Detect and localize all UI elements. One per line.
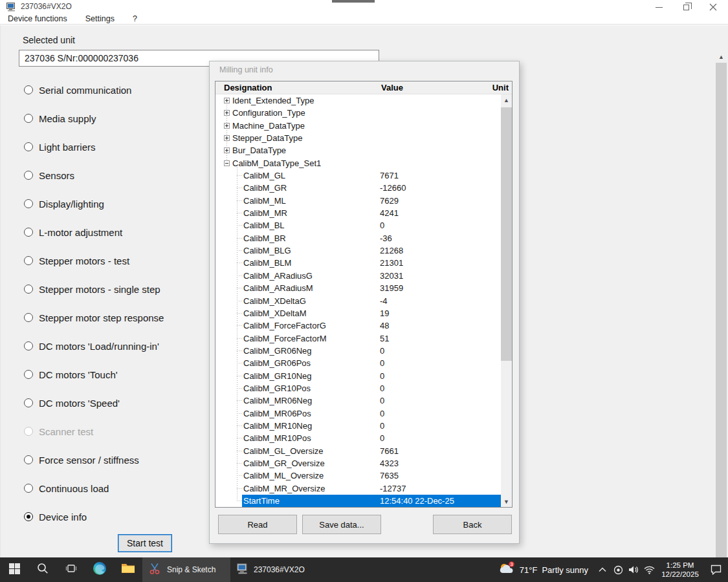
tree-row-configuration-type[interactable]: Configuration_Type: [215, 107, 501, 119]
tray-record-dot-icon[interactable]: [610, 557, 626, 582]
tree-row-calibm-forcefactorm[interactable]: CalibM_ForceFactorM51: [215, 332, 501, 345]
menu-item-settings[interactable]: Settings: [83, 14, 117, 23]
scroll-down-icon[interactable]: ▼: [501, 496, 512, 507]
radio-option-stepper-motor-step-response[interactable]: Stepper motor step response: [24, 303, 208, 332]
plus-expander-icon[interactable]: [224, 110, 230, 116]
radio-option-force-sensor-stiffness[interactable]: Force sensor / stiffness: [24, 446, 208, 474]
radio-option-stepper-motors-single-step[interactable]: Stepper motors - single step: [24, 275, 208, 303]
tree-row-calibm-gr10neg[interactable]: CalibM_GR10Neg0: [215, 370, 501, 382]
start-test-button[interactable]: Start test: [118, 534, 172, 552]
tree-row-starttime[interactable]: StartTime12:54:40 22-Dec-25: [215, 495, 501, 507]
menu-item-device-functions[interactable]: Device functions: [5, 14, 70, 23]
back-button[interactable]: Back: [433, 515, 512, 534]
tree-row-value: 0: [380, 396, 384, 405]
tree-line: [237, 413, 243, 414]
tree-row-calibm-gl-oversize[interactable]: CalibM_GL_Oversize7661: [215, 445, 501, 457]
tree-line: [237, 488, 243, 489]
weather-widget[interactable]: 3 71°F Partly sunny: [492, 557, 595, 582]
taskbar-task-237036-vx2o[interactable]: 237036#VX2O: [230, 557, 318, 582]
plus-expander-icon[interactable]: [224, 147, 230, 153]
tree-row-calibm-gr10pos[interactable]: CalibM_GR10Pos0: [215, 382, 501, 394]
tree-row-stepper-datatype[interactable]: Stepper_DataType: [215, 132, 501, 144]
tree-row-calibm-forcefactorg[interactable]: CalibM_ForceFactorG48: [215, 319, 501, 332]
radio-option-continuous-load[interactable]: Continuous load: [24, 474, 208, 502]
tree-row-calibm-mr10pos[interactable]: CalibM_MR10Pos0: [215, 432, 501, 444]
tree-row-calibm-ml-oversize[interactable]: CalibM_ML_Oversize7635: [215, 469, 501, 482]
wifi-icon[interactable]: [641, 557, 657, 582]
tree-row-calibm-mr10neg[interactable]: CalibM_MR10Neg0: [215, 420, 501, 432]
tree-line: [237, 463, 243, 464]
save-data-button[interactable]: Save data...: [302, 515, 381, 534]
scroll-up-icon[interactable]: ▲: [501, 94, 512, 105]
file-explorer-button[interactable]: [114, 557, 142, 582]
taskbar-task-snip-sketch[interactable]: Snip & Sketch: [142, 557, 230, 582]
scrollbar-thumb[interactable]: [501, 107, 512, 361]
close-button[interactable]: [707, 1, 719, 13]
main-scrollbar[interactable]: ▲ ▼: [716, 51, 727, 582]
tree-row-calibm-bl[interactable]: CalibM_BL0: [215, 219, 501, 232]
tree-row-calibm-mr06pos[interactable]: CalibM_MR06Pos0: [215, 407, 501, 420]
tree-row-label: Stepper_DataType: [232, 133, 302, 143]
tree-line: [237, 376, 243, 376]
tree-row-calibm-gl[interactable]: CalibM_GL7671: [215, 169, 501, 182]
radio-option-serial-communication[interactable]: Serial communication: [24, 76, 208, 104]
tree-row-bur-datatype[interactable]: Bur_DataType: [215, 144, 501, 156]
radio-option-label: DC motors 'Load/running-in': [39, 341, 159, 352]
tree-row-calibm-gr[interactable]: CalibM_GR-12660: [215, 182, 501, 194]
radio-option-dc-motors-speed[interactable]: DC motors 'Speed': [24, 389, 208, 417]
radio-option-stepper-motors-test[interactable]: Stepper motors - test: [24, 246, 208, 275]
plus-expander-icon[interactable]: [224, 135, 230, 141]
tree-row-calibm-gr06neg[interactable]: CalibM_GR06Neg0: [215, 345, 501, 357]
radio-option-dc-motors-touch[interactable]: DC motors 'Touch': [24, 360, 208, 389]
tree-line: [237, 438, 243, 438]
start-button[interactable]: [0, 557, 28, 582]
tree-line: [237, 301, 243, 301]
tree-row-calibm-gr06pos[interactable]: CalibM_GR06Pos0: [215, 357, 501, 369]
task-view-icon: [65, 563, 77, 576]
read-button[interactable]: Read: [218, 515, 297, 534]
tree-row-calibm-datatype-set1[interactable]: CalibM_DataType_Set1: [215, 157, 501, 169]
clock[interactable]: 1:25 PM 12/22/2025: [657, 561, 703, 579]
search-button[interactable]: [28, 557, 57, 582]
tree-row-calibm-mr06neg[interactable]: CalibM_MR06Neg0: [215, 394, 501, 407]
close-icon: [709, 3, 717, 11]
radio-option-light-barriers[interactable]: Light barriers: [24, 133, 208, 161]
tree-row-calibm-xdeltam[interactable]: CalibM_XDeltaM19: [215, 307, 501, 319]
minus-expander-icon[interactable]: [224, 160, 230, 166]
tree-row-calibm-gr-oversize[interactable]: CalibM_GR_Oversize4323: [215, 457, 501, 469]
tree-row-calibm-mr-oversize[interactable]: CalibM_MR_Oversize-12737: [215, 482, 501, 495]
background-window-edge: [332, 0, 375, 3]
radio-option-label: Stepper motors - single step: [39, 284, 160, 295]
volume-icon[interactable]: [626, 557, 641, 582]
tree-scrollbar[interactable]: ▲ ▼: [501, 94, 512, 507]
tree-row-calibm-blm[interactable]: CalibM_BLM21301: [215, 257, 501, 269]
scroll-up-icon[interactable]: ▲: [716, 51, 727, 62]
menu-item-[interactable]: ?: [130, 14, 140, 23]
restore-button[interactable]: [680, 1, 692, 13]
radio-option-device-info[interactable]: Device info: [24, 502, 208, 531]
tree-row-calibm-br[interactable]: CalibM_BR-36: [215, 232, 501, 244]
tree-row-calibm-mr[interactable]: CalibM_MR4241: [215, 207, 501, 219]
radio-option-display-lighting[interactable]: Display/lighting: [24, 189, 208, 218]
plus-expander-icon[interactable]: [224, 123, 230, 129]
tray-chevron-up-icon[interactable]: [595, 557, 610, 582]
tree-row-calibm-aradiusm[interactable]: CalibM_ARadiusM31959: [215, 282, 501, 294]
action-center-button[interactable]: [703, 557, 728, 582]
scrollbar-thumb[interactable]: [716, 63, 727, 566]
minimize-button[interactable]: [653, 1, 665, 13]
tree-row-calibm-aradiusg[interactable]: CalibM_ARadiusG32031: [215, 270, 501, 282]
tree-row-calibm-xdeltag[interactable]: CalibM_XDeltaG-4: [215, 295, 501, 307]
radio-option-media-supply[interactable]: Media supply: [24, 104, 208, 133]
radio-option-dc-motors-load-running-in[interactable]: DC motors 'Load/running-in': [24, 332, 208, 360]
edge-button[interactable]: [85, 557, 114, 582]
radio-option-sensors[interactable]: Sensors: [24, 161, 208, 189]
task-view-button[interactable]: [57, 557, 85, 582]
tree-row-calibm-blg[interactable]: CalibM_BLG21268: [215, 244, 501, 257]
radio-option-l-motor-adjustment[interactable]: L-motor adjustment: [24, 218, 208, 246]
tree-row-calibm-ml[interactable]: CalibM_ML7629: [215, 195, 501, 207]
plus-expander-icon[interactable]: [224, 98, 230, 103]
task-label: Snip & Sketch: [167, 565, 215, 574]
tree-row-machine-datatype[interactable]: Machine_DataType: [215, 120, 501, 132]
radio-option-label: DC motors 'Speed': [39, 398, 120, 409]
tree-row-ident-extended-type[interactable]: Ident_Extended_Type: [215, 94, 501, 107]
